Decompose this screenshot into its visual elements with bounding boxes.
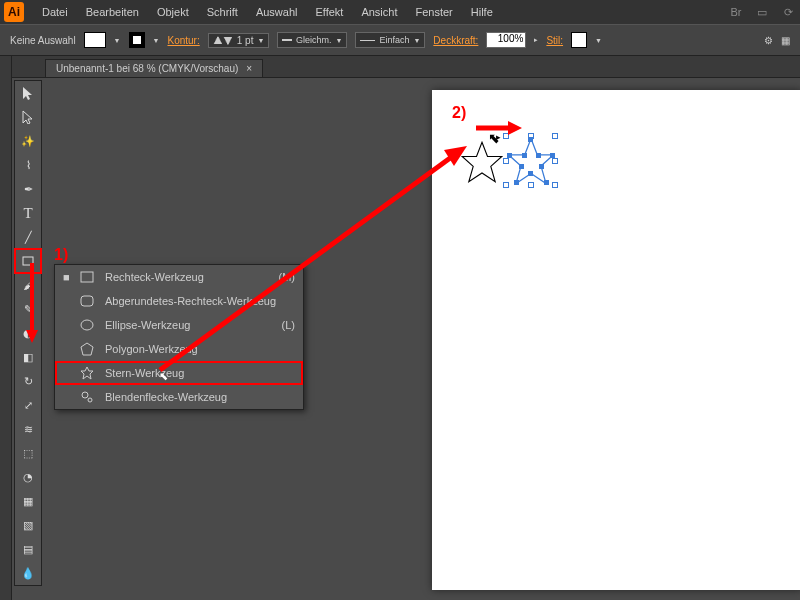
magic-wand-tool[interactable]: ✨ bbox=[15, 129, 41, 153]
style-swatch[interactable] bbox=[571, 32, 587, 48]
sync-icon[interactable]: ⟳ bbox=[780, 4, 796, 20]
menubar-right: Br ▭ ⟳ bbox=[728, 4, 796, 20]
eraser-tool[interactable]: ◧ bbox=[15, 345, 41, 369]
flyout-abgerundetes-rechteck[interactable]: Abgerundetes-Rechteck-Werkzeug bbox=[55, 289, 303, 313]
svg-rect-0 bbox=[23, 257, 33, 265]
toolbox: ✨ ⌇ ✒ T ╱ 🖌 ✎ ◐ ◧ ↻ ⤢ ≋ ⬚ ◔ ▦ ▧ ▤ 💧 bbox=[14, 80, 42, 586]
shape-tool-flyout: ■ Rechteck-Werkzeug (M) Abgerundetes-Rec… bbox=[54, 264, 304, 410]
annotation-step1: 1) bbox=[54, 246, 68, 264]
svg-point-5 bbox=[82, 392, 88, 398]
fill-dropdown-arrow[interactable]: ▼ bbox=[114, 37, 121, 44]
flyout-shortcut: (M) bbox=[279, 271, 296, 283]
flyout-shortcut: (L) bbox=[282, 319, 295, 331]
paintbrush-tool[interactable]: 🖌 bbox=[15, 273, 41, 297]
tab-close-icon[interactable]: × bbox=[246, 63, 252, 74]
shape-builder-tool[interactable]: ◔ bbox=[15, 465, 41, 489]
stroke-weight-input[interactable]: ⯅⯆1 pt▼ bbox=[208, 33, 270, 48]
prefs-icon[interactable]: ⚙ bbox=[764, 35, 773, 46]
perspective-tool[interactable]: ▦ bbox=[15, 489, 41, 513]
stroke-swatch[interactable] bbox=[129, 32, 145, 48]
stroke-profile-1[interactable]: Gleichm.▼ bbox=[277, 32, 347, 48]
bridge-icon[interactable]: Br bbox=[728, 4, 744, 20]
flare-icon bbox=[79, 390, 95, 404]
flyout-label: Ellipse-Werkzeug bbox=[105, 319, 190, 331]
star-icon bbox=[79, 366, 95, 380]
scale-tool[interactable]: ⤢ bbox=[15, 393, 41, 417]
flyout-rechteck[interactable]: ■ Rechteck-Werkzeug (M) bbox=[55, 265, 303, 289]
width-tool[interactable]: ≋ bbox=[15, 417, 41, 441]
style-arrow[interactable]: ▼ bbox=[595, 37, 602, 44]
direct-selection-tool[interactable] bbox=[15, 105, 41, 129]
line-tool[interactable]: ╱ bbox=[15, 225, 41, 249]
opacity-input[interactable]: 100% bbox=[486, 32, 526, 48]
panel-collapse-strip[interactable] bbox=[0, 56, 12, 600]
flyout-ellipse[interactable]: Ellipse-Werkzeug (L) bbox=[55, 313, 303, 337]
stroke-dropdown-arrow[interactable]: ▼ bbox=[153, 37, 160, 44]
pencil-tool[interactable]: ✎ bbox=[15, 297, 41, 321]
align-icon[interactable]: ▦ bbox=[781, 35, 790, 46]
gradient-tool[interactable]: ▤ bbox=[15, 537, 41, 561]
svg-rect-2 bbox=[81, 296, 93, 306]
menubar: Ai Datei Bearbeiten Objekt Schrift Auswa… bbox=[0, 0, 800, 24]
lasso-tool[interactable]: ⌇ bbox=[15, 153, 41, 177]
menu-effekt[interactable]: Effekt bbox=[307, 2, 351, 22]
cursor-pointer-icon: ⬉▸ bbox=[488, 130, 505, 146]
document-tab[interactable]: Unbenannt-1 bei 68 % (CMYK/Vorschau) × bbox=[45, 59, 263, 77]
menu-ansicht[interactable]: Ansicht bbox=[353, 2, 405, 22]
kontur-label[interactable]: Kontur: bbox=[167, 35, 199, 46]
rect-icon bbox=[79, 271, 95, 283]
menu-hilfe[interactable]: Hilfe bbox=[463, 2, 501, 22]
menu-auswahl[interactable]: Auswahl bbox=[248, 2, 306, 22]
selection-status: Keine Auswahl bbox=[10, 35, 76, 46]
menu-schrift[interactable]: Schrift bbox=[199, 2, 246, 22]
svg-point-3 bbox=[81, 320, 93, 330]
type-tool[interactable]: T bbox=[15, 201, 41, 225]
free-transform-tool[interactable]: ⬚ bbox=[15, 441, 41, 465]
flyout-label: Stern-Werkzeug bbox=[105, 367, 184, 379]
menu-bearbeiten[interactable]: Bearbeiten bbox=[78, 2, 147, 22]
svg-marker-4 bbox=[81, 343, 93, 355]
pen-tool[interactable]: ✒ bbox=[15, 177, 41, 201]
mesh-tool[interactable]: ▧ bbox=[15, 513, 41, 537]
star-shape-selected[interactable] bbox=[506, 136, 556, 188]
cursor-arrow-icon: ⬉ bbox=[159, 370, 168, 383]
controlbar: Keine Auswahl ▼ ▼ Kontur: ⯅⯆1 pt▼ Gleich… bbox=[0, 24, 800, 56]
workspace: ✨ ⌇ ✒ T ╱ 🖌 ✎ ◐ ◧ ↻ ⤢ ≋ ⬚ ◔ ▦ ▧ ▤ 💧 bbox=[12, 78, 800, 600]
polygon-icon bbox=[79, 342, 95, 356]
menu-fenster[interactable]: Fenster bbox=[407, 2, 460, 22]
arrange-icon[interactable]: ▭ bbox=[754, 4, 770, 20]
stil-label[interactable]: Stil: bbox=[546, 35, 563, 46]
ellipse-icon bbox=[79, 319, 95, 331]
flyout-blendenflecke[interactable]: Blendenflecke-Werkzeug bbox=[55, 385, 303, 409]
rotate-tool[interactable]: ↻ bbox=[15, 369, 41, 393]
selection-tool[interactable] bbox=[15, 81, 41, 105]
flyout-stern[interactable]: Stern-Werkzeug ⬉ bbox=[55, 361, 303, 385]
flyout-label: Blendenflecke-Werkzeug bbox=[105, 391, 227, 403]
fill-swatch[interactable] bbox=[84, 32, 106, 48]
brush-def[interactable]: Einfach▼ bbox=[355, 32, 425, 48]
rectangle-tool[interactable] bbox=[15, 249, 41, 273]
svg-rect-1 bbox=[81, 272, 93, 282]
app-icon: Ai bbox=[4, 2, 24, 22]
star-shape-original[interactable] bbox=[460, 140, 504, 186]
flyout-label: Abgerundetes-Rechteck-Werkzeug bbox=[105, 295, 276, 307]
eyedropper-tool[interactable]: 💧 bbox=[15, 561, 41, 585]
blob-brush-tool[interactable]: ◐ bbox=[15, 321, 41, 345]
tabbar: Unbenannt-1 bei 68 % (CMYK/Vorschau) × bbox=[0, 56, 800, 78]
opacity-arrow[interactable]: ▸ bbox=[534, 36, 538, 44]
flyout-polygon[interactable]: Polygon-Werkzeug bbox=[55, 337, 303, 361]
artboard[interactable]: ⬉▸ bbox=[432, 90, 800, 590]
tab-title: Unbenannt-1 bei 68 % (CMYK/Vorschau) bbox=[56, 63, 238, 74]
menu-datei[interactable]: Datei bbox=[34, 2, 76, 22]
svg-point-6 bbox=[88, 398, 92, 402]
menu-objekt[interactable]: Objekt bbox=[149, 2, 197, 22]
roundrect-icon bbox=[79, 295, 95, 307]
flyout-label: Polygon-Werkzeug bbox=[105, 343, 198, 355]
opacity-label[interactable]: Deckkraft: bbox=[433, 35, 478, 46]
flyout-label: Rechteck-Werkzeug bbox=[105, 271, 204, 283]
